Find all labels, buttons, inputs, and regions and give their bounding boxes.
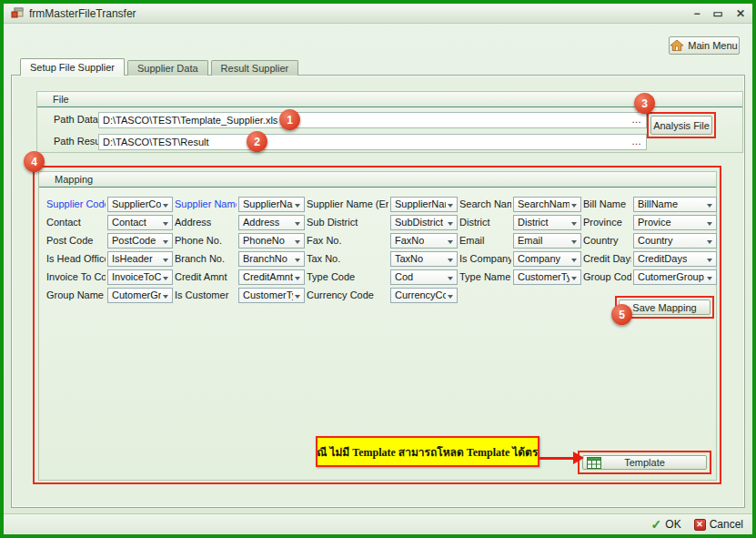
chevron-down-icon [295,240,300,244]
mapping-label-invoice-to-cod: Invoice To Cod [46,271,106,282]
tabstrip: Setup File Supplier Supplier Data Result… [20,58,301,76]
mapping-combo-group-name[interactable]: CutomerGroupl [107,288,173,303]
mapping-combo-post-code[interactable]: PostCode [107,233,173,249]
mapping-combo-credit-days[interactable]: CreditDays [633,251,717,267]
combo-selected-value: Country [638,235,673,246]
cancel-button[interactable]: ✕ Cancel [694,518,743,531]
mapping-combo-country[interactable]: Country [633,233,717,249]
chevron-down-icon [295,222,300,226]
path-data-input[interactable]: D:\TASCO\TEST\Template_Supplier.xls … [98,112,647,128]
path-result-value: D:\TASCO\TEST\Result [103,137,209,147]
chevron-down-icon [448,222,453,226]
combo-selected-value: InvoiceToCode [112,271,161,282]
mapping-label-supplier-name-eng: Supplier Name (Eng) [307,198,388,209]
mapping-label-currency-code: Currency Code [307,289,388,300]
mapping-combo-supplier-code[interactable]: SupplierCode [107,197,173,212]
browse-path-result-button[interactable]: … [630,136,644,148]
tab-label: Setup File Supplier [30,62,115,73]
mapping-combo-is-company[interactable]: Company [513,251,581,267]
red-arrow-icon [539,457,574,460]
mapping-combo-search-name[interactable]: SearchName [513,197,581,212]
check-icon: ✓ [651,517,662,532]
chevron-down-icon [163,259,168,262]
mapping-combo-phone-no[interactable]: PhoneNo [238,233,305,249]
main-menu-label: Main Menu [688,40,737,51]
chevron-down-icon [295,204,300,208]
chevron-down-icon [295,277,300,280]
browse-path-data-button[interactable]: … [630,114,644,127]
mapping-label-search-name: Search Name [459,198,511,209]
mapping-combo-is-head-office[interactable]: IsHeader [107,251,173,267]
mapping-combo-email[interactable]: Email [513,233,581,249]
combo-selected-value: FaxNo [395,235,424,246]
mapping-combo-province[interactable]: Provice [633,215,717,230]
mapping-combo-type-name[interactable]: CustomerTypeN [513,269,581,285]
path-result-input[interactable]: D:\TASCO\TEST\Result … [98,134,647,150]
combo-selected-value: SubDistrict [395,217,443,228]
chevron-down-icon [707,240,712,244]
combo-selected-value: Email [518,235,543,246]
combo-selected-value: BillName [638,198,678,209]
mapping-label-address: Address [175,217,237,228]
mapping-combo-fax-no[interactable]: FaxNo [390,233,458,249]
mapping-label-bill-name: Bill Name [583,198,631,209]
combo-selected-value: CutomerGroup [638,271,704,282]
maximize-icon[interactable]: ▭ [713,8,723,19]
annotation-circle-1: 1 [279,109,300,130]
chevron-down-icon [163,240,168,244]
annotation-circle-2: 2 [247,131,267,152]
mapping-label-contact: Contact [46,217,106,228]
mapping-combo-credit-amnt[interactable]: CreditAmnt [238,269,305,285]
main-menu-button[interactable]: Main Menu [669,36,740,55]
combo-selected-value: SearchName [518,198,570,209]
tab-result-supplier[interactable]: Result Supplier [211,60,299,76]
mapping-label-credit-amnt: Credit Amnt [175,271,237,282]
mapping-combo-branch-no[interactable]: BranchNo [238,251,305,267]
mapping-combo-sub-district[interactable]: SubDistrict [390,215,458,230]
mapping-label-email: Email [459,235,511,246]
mapping-groupbox: Mapping Supplier CodeSupplierCodeSupplie… [38,171,717,481]
combo-selected-value: Company [518,253,560,264]
mapping-combo-is-customer[interactable]: CustomerType [238,288,305,303]
mapping-label-country: Country [583,235,631,246]
minimize-icon[interactable]: − [694,8,701,19]
chevron-down-icon [707,222,712,226]
mapping-combo-type-code[interactable]: Cod [390,269,458,285]
mapping-grid: Supplier CodeSupplierCodeSupplier NameSu… [46,195,717,304]
mapping-combo-contact[interactable]: Contact [107,215,173,230]
combo-selected-value: SupplierName( [395,198,446,209]
combo-selected-value: SupplierName [243,198,293,209]
chevron-down-icon [448,295,453,299]
mapping-combo-group-code[interactable]: CutomerGroup [633,269,717,285]
mapping-label-province: Province [583,217,631,228]
chevron-down-icon [571,204,577,208]
chevron-down-icon [571,259,577,262]
mapping-combo-supplier-name-eng[interactable]: SupplierName( [390,197,458,212]
mapping-label-type-code: Type Code [307,271,388,282]
mapping-combo-invoice-to-cod[interactable]: InvoiceToCode [107,269,173,285]
chevron-down-icon [707,277,712,280]
template-button[interactable]: Template [582,455,707,470]
chevron-down-icon [448,204,453,208]
chevron-down-icon [295,295,300,299]
save-mapping-button[interactable]: Save Mapping [619,299,711,315]
mapping-combo-bill-name[interactable]: BillName [633,197,717,212]
mapping-combo-address[interactable]: Address [238,215,305,230]
mapping-label-group-name: Group Name [46,289,106,300]
ok-button[interactable]: ✓ OK [651,517,681,532]
mapping-combo-tax-no[interactable]: TaxNo [390,251,458,267]
annotation-circle-3: 3 [634,93,655,114]
tab-setup-file-supplier[interactable]: Setup File Supplier [20,58,125,76]
close-icon[interactable]: ✕ [736,8,745,19]
chevron-down-icon [163,204,168,208]
tab-supplier-data[interactable]: Supplier Data [127,60,208,76]
form-icon [11,7,24,19]
combo-selected-value: District [518,217,549,228]
mapping-combo-supplier-name[interactable]: SupplierName [238,197,305,212]
mapping-combo-currency-code[interactable]: CurrencyCode [390,288,458,303]
home-icon [670,40,683,51]
mapping-combo-district[interactable]: District [513,215,581,230]
cancel-label: Cancel [710,518,743,531]
titlebar: frmMasterFileTransfer − ▭ ✕ [4,4,752,24]
analysis-file-button[interactable]: Analysis File [650,116,712,135]
